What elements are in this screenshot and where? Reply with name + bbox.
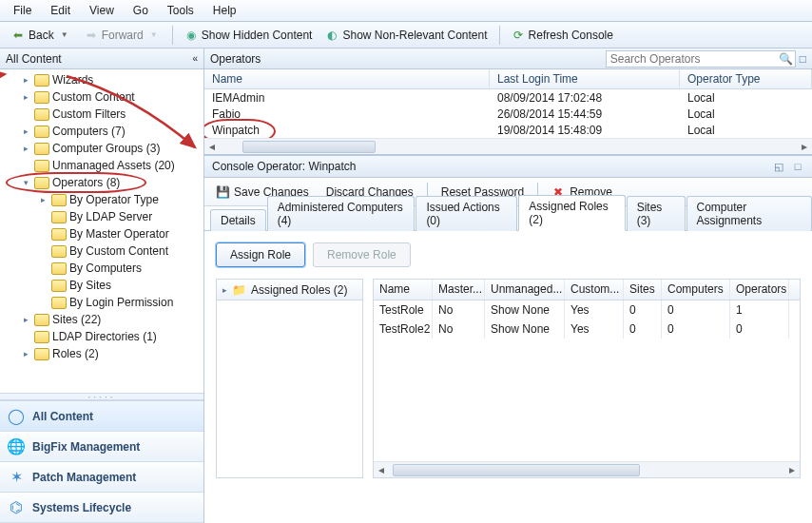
- maximize-icon[interactable]: □: [800, 52, 806, 66]
- role-col[interactable]: Name: [374, 280, 433, 300]
- folder-icon: [34, 143, 49, 155]
- role-col[interactable]: Unmanaged...: [485, 280, 565, 300]
- show-hidden-button[interactable]: ◉ Show Hidden Content: [179, 25, 319, 46]
- domain-item[interactable]: ✶Patch Management: [0, 462, 203, 493]
- tree-item[interactable]: By Computers: [0, 260, 203, 277]
- menu-file[interactable]: File: [6, 2, 39, 19]
- table-row[interactable]: IEMAdmin08/09/2014 17:02:48Local: [204, 89, 812, 106]
- domain-item[interactable]: ◯All Content: [0, 401, 203, 432]
- col-name[interactable]: Name: [204, 69, 490, 88]
- role-col[interactable]: Computers: [662, 280, 730, 300]
- scroll-right-icon[interactable]: ▸: [784, 462, 800, 477]
- scroll-left-icon[interactable]: ◂: [374, 462, 389, 477]
- search-input[interactable]: [607, 52, 778, 66]
- scroll-left-icon[interactable]: ◂: [204, 139, 220, 154]
- scroll-thumb[interactable]: [393, 464, 640, 476]
- show-nonrelevant-button[interactable]: ◐ Show Non-Relevant Content: [319, 25, 493, 46]
- expand-icon[interactable]: [38, 246, 48, 257]
- search-icon[interactable]: 🔍: [778, 52, 795, 66]
- tree-item[interactable]: By Custom Content: [0, 242, 203, 260]
- expand-icon[interactable]: ▸: [222, 285, 227, 295]
- col-time[interactable]: Last Login Time: [490, 69, 680, 88]
- tree-item[interactable]: By Login Permission: [0, 294, 203, 311]
- role-col[interactable]: Sites: [624, 280, 662, 300]
- tree-item[interactable]: ▸Custom Content: [0, 88, 203, 106]
- tab[interactable]: Sites (3): [627, 196, 686, 231]
- roles-scrollbar[interactable]: ◂ ▸: [374, 461, 800, 477]
- expand-icon[interactable]: [21, 161, 31, 171]
- tree-item[interactable]: LDAP Directories (1): [0, 328, 203, 345]
- domain-item[interactable]: 🌐BigFix Management: [0, 432, 203, 462]
- expand-icon[interactable]: ▸: [21, 75, 31, 86]
- domain-icon: ⌬: [10, 501, 23, 514]
- domain-icon: ◯: [10, 410, 23, 423]
- role-col[interactable]: Custom...: [565, 280, 624, 300]
- menu-view[interactable]: View: [82, 2, 122, 19]
- refresh-button[interactable]: ⟳ Refresh Console: [506, 25, 619, 46]
- domain-item[interactable]: ⌬Systems Lifecycle: [0, 493, 203, 523]
- maximize-icon[interactable]: □: [791, 160, 804, 173]
- folder-icon: [51, 280, 67, 292]
- popout-icon[interactable]: ◱: [772, 160, 785, 173]
- assign-role-button[interactable]: Assign Role: [216, 242, 305, 267]
- tree-item[interactable]: Custom Filters: [0, 106, 203, 123]
- scroll-right-icon[interactable]: ▸: [797, 139, 812, 154]
- expand-icon[interactable]: [38, 212, 48, 223]
- expand-icon[interactable]: [38, 298, 48, 308]
- tab[interactable]: Issued Actions (0): [416, 196, 517, 231]
- tree-item[interactable]: ▸Computer Groups (3): [0, 140, 203, 157]
- role-col[interactable]: Operators: [730, 280, 789, 300]
- expand-icon[interactable]: [38, 263, 48, 274]
- tab[interactable]: Assigned Roles (2): [518, 195, 625, 231]
- expand-icon[interactable]: [38, 229, 48, 240]
- back-label: Back: [29, 29, 54, 42]
- remove-role-button[interactable]: Remove Role: [313, 242, 411, 267]
- search-box[interactable]: 🔍: [606, 50, 796, 68]
- forward-label: Forward: [102, 29, 144, 42]
- expand-icon[interactable]: [21, 332, 31, 342]
- menu-tools[interactable]: Tools: [160, 2, 202, 19]
- menu-go[interactable]: Go: [126, 2, 156, 19]
- role-row[interactable]: TestRole2NoShow NoneYes000: [374, 320, 800, 339]
- tab[interactable]: Computer Assignments: [686, 196, 813, 231]
- expand-icon[interactable]: ▸: [21, 349, 31, 359]
- table-row[interactable]: Fabio26/08/2014 15:44:59Local: [204, 106, 812, 122]
- tree-item[interactable]: By Master Operator: [0, 225, 203, 242]
- scroll-thumb[interactable]: [242, 141, 376, 153]
- expand-icon[interactable]: [21, 109, 31, 120]
- role-tree-header[interactable]: ▸ 📁 Assigned Roles (2): [217, 280, 362, 300]
- expand-icon[interactable]: ▸: [21, 126, 31, 137]
- menu-edit[interactable]: Edit: [43, 2, 78, 19]
- tab[interactable]: Administered Computers (4): [267, 196, 416, 231]
- splitter[interactable]: ·····: [0, 393, 203, 400]
- tree-item[interactable]: ▸Wizards: [0, 71, 203, 88]
- col-type[interactable]: Operator Type: [680, 69, 812, 88]
- tree-item[interactable]: ▸Computers (7): [0, 123, 203, 140]
- tree-item[interactable]: ▸Sites (22): [0, 311, 203, 328]
- forward-button[interactable]: ➡ Forward ▼: [79, 25, 166, 46]
- horizontal-scrollbar[interactable]: ◂ ▸: [204, 138, 812, 154]
- role-row[interactable]: TestRoleNoShow NoneYes001: [374, 300, 800, 320]
- menu-help[interactable]: Help: [205, 2, 244, 19]
- table-row[interactable]: Winpatch19/08/2014 15:48:09Local: [204, 122, 812, 138]
- domain-label: BigFix Management: [32, 440, 140, 454]
- show-hidden-label: Show Hidden Content: [202, 29, 313, 42]
- role-col[interactable]: Master...: [433, 280, 485, 300]
- tree-item[interactable]: ▸By Operator Type: [0, 191, 203, 208]
- expand-icon[interactable]: ▸: [21, 315, 31, 325]
- collapse-icon[interactable]: «: [192, 53, 198, 64]
- back-button[interactable]: ⬅ Back ▼: [6, 25, 77, 46]
- expand-icon[interactable]: ▸: [21, 144, 31, 154]
- expand-icon[interactable]: ▾: [21, 178, 31, 188]
- tab-body: Assign Role Remove Role ▸ 📁 Assigned Rol…: [204, 231, 812, 523]
- expand-icon[interactable]: [38, 281, 48, 291]
- expand-icon[interactable]: ▸: [38, 195, 48, 205]
- expand-icon[interactable]: ▸: [21, 92, 31, 103]
- tab[interactable]: Details: [210, 209, 266, 231]
- tree-item[interactable]: ▾Operators (8): [0, 174, 203, 191]
- role-cell: Show None: [485, 320, 565, 339]
- tree-item[interactable]: By LDAP Server: [0, 208, 203, 225]
- tree-item[interactable]: ▸Roles (2): [0, 345, 203, 362]
- tree-item[interactable]: Unmanaged Assets (20): [0, 157, 203, 174]
- tree-item[interactable]: By Sites: [0, 277, 203, 294]
